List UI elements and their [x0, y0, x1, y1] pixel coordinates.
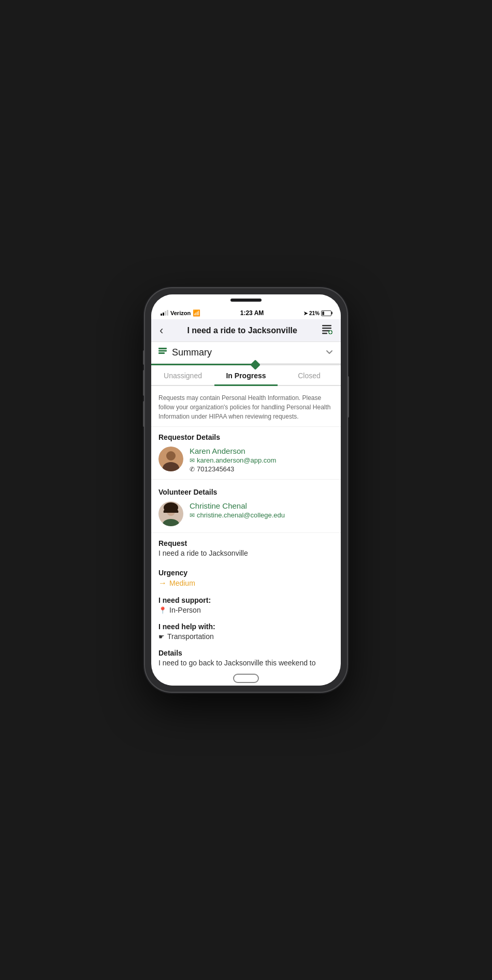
wifi-icon: 📶 [193, 309, 200, 317]
svg-rect-6 [329, 332, 332, 333]
help-section: I need help with: ☛ Transportation [151, 618, 341, 645]
urgency-text: Medium [169, 579, 195, 587]
signal-bar-1 [161, 314, 162, 316]
signal-bar-3 [165, 311, 166, 316]
signal-icon [161, 310, 168, 316]
battery-icon [321, 310, 331, 316]
support-label: I need support: [158, 596, 334, 604]
status-bar: Verizon 📶 1:23 AM ➤ 21% [151, 307, 341, 319]
battery-percent: 21% [309, 310, 320, 316]
svg-rect-8 [158, 350, 167, 351]
status-left: Verizon 📶 [161, 309, 200, 317]
page-title: I need a ride to Jacksonville [165, 326, 319, 335]
volume-silent-button[interactable] [143, 350, 145, 365]
requestor-card: Karen Anderson ✉ karen.anderson@app.com … [158, 447, 334, 473]
svg-rect-3 [322, 333, 327, 334]
request-label: Request [158, 539, 334, 547]
volume-up-button[interactable] [143, 370, 145, 396]
requestor-avatar [158, 447, 183, 471]
time-label: 1:23 AM [240, 309, 264, 317]
details-label: Details [158, 649, 334, 657]
summary-icon [158, 348, 168, 358]
file-icon [158, 348, 168, 356]
support-text: In-Person [169, 606, 201, 614]
phone-frame: Verizon 📶 1:23 AM ➤ 21% ‹ I need a ride … [145, 288, 347, 692]
svg-point-11 [166, 451, 176, 461]
divider-2 [151, 532, 341, 533]
back-button[interactable]: ‹ [157, 323, 165, 338]
requestor-email: karen.anderson@app.com [197, 456, 276, 464]
volunteer-email-icon: ✉ [190, 512, 195, 519]
tab-unassigned[interactable]: Unassigned [151, 365, 214, 385]
main-content: Summary Unassigned [151, 342, 341, 671]
power-button[interactable] [347, 376, 349, 418]
urgency-arrow-icon: → [158, 578, 167, 588]
support-section: I need support: 📍 In-Person [151, 592, 341, 618]
tabs-row: Unassigned In Progress Closed [151, 365, 341, 386]
requestor-email-row[interactable]: ✉ karen.anderson@app.com [190, 456, 334, 464]
volunteer-avatar-image [158, 501, 183, 526]
volunteer-email: christine.chenal@college.edu [197, 511, 285, 519]
signal-bar-2 [163, 313, 164, 316]
action-icon-button[interactable] [319, 321, 335, 339]
requestor-name[interactable]: Karen Anderson [190, 447, 334, 455]
svg-rect-0 [322, 325, 331, 326]
location-pin-icon: 📍 [158, 606, 167, 614]
phone-top-notch [151, 294, 341, 307]
volunteer-email-row[interactable]: ✉ christine.chenal@college.edu [190, 511, 334, 519]
volunteer-info: Christine Chenal ✉ christine.chenal@coll… [190, 501, 334, 520]
urgency-section: Urgency → Medium [151, 565, 341, 592]
tabs-section: Unassigned In Progress Closed [151, 364, 341, 386]
details-value: I need to go back to Jacksonville this w… [158, 659, 334, 667]
details-section: Details I need to go back to Jacksonvill… [151, 645, 341, 671]
summary-title: Summary [172, 347, 325, 358]
active-tab-indicator [214, 384, 278, 386]
hipaa-notice: Requests may contain Personal Health Inf… [151, 386, 341, 427]
support-value: 📍 In-Person [158, 606, 334, 614]
location-icon: ➤ [303, 310, 308, 316]
phone-screen: Verizon 📶 1:23 AM ➤ 21% ‹ I need a ride … [151, 294, 341, 686]
urgency-value: → Medium [158, 578, 334, 588]
request-section: Request I need a ride to Jacksonville [151, 535, 341, 565]
requestor-phone: 7012345643 [197, 465, 234, 473]
summary-header[interactable]: Summary [151, 342, 341, 364]
requestor-phone-row[interactable]: ✆ 7012345643 [190, 465, 334, 473]
list-icon [321, 323, 332, 335]
chevron-down-icon[interactable] [325, 348, 334, 358]
requestor-section-title: Requestor Details [158, 433, 334, 441]
hand-icon: ☛ [158, 633, 165, 641]
navigation-bar: ‹ I need a ride to Jacksonville [151, 319, 341, 342]
volunteer-card: Christine Chenal ✉ christine.chenal@coll… [158, 501, 334, 526]
signal-bar-4 [167, 310, 168, 316]
camera-notch [230, 299, 262, 302]
help-label: I need help with: [158, 622, 334, 631]
volunteer-name[interactable]: Christine Chenal [190, 501, 334, 510]
status-right: ➤ 21% [303, 310, 331, 316]
email-icon: ✉ [190, 457, 195, 464]
request-value: I need a ride to Jacksonville [158, 549, 334, 557]
requestor-section: Requestor Details Karen Anderson ✉ [151, 427, 341, 477]
carrier-label: Verizon [170, 310, 191, 316]
svg-rect-1 [322, 328, 331, 329]
phone-icon: ✆ [190, 466, 195, 473]
divider-1 [151, 479, 341, 480]
svg-rect-7 [158, 348, 167, 349]
help-value: ☛ Transportation [158, 632, 334, 641]
phone-bottom-bar [151, 671, 341, 686]
home-button[interactable] [233, 674, 259, 683]
requestor-info: Karen Anderson ✉ karen.anderson@app.com … [190, 447, 334, 473]
urgency-label: Urgency [158, 569, 334, 577]
volunteer-avatar [158, 501, 183, 526]
volunteer-section: Volunteer Details Christine Chen [151, 482, 341, 530]
tab-in-progress[interactable]: In Progress [214, 365, 278, 385]
tab-closed[interactable]: Closed [278, 365, 341, 385]
svg-rect-9 [158, 352, 165, 354]
requestor-avatar-image [158, 447, 183, 471]
battery-cap [331, 312, 332, 315]
volume-down-button[interactable] [143, 401, 145, 427]
battery-fill [322, 311, 324, 315]
volunteer-section-title: Volunteer Details [158, 488, 334, 496]
help-text: Transportation [167, 632, 214, 641]
